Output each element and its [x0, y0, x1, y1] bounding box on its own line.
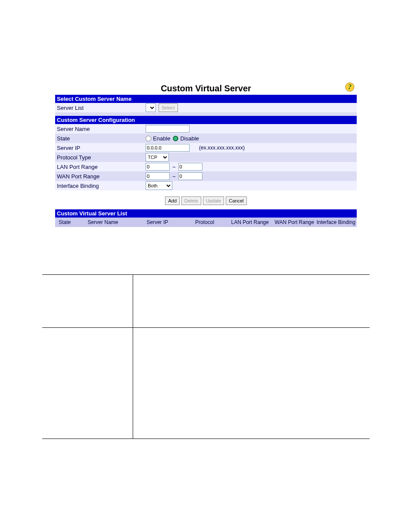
server-name-input[interactable]: [146, 125, 190, 133]
server-list-label: Server List: [57, 105, 146, 111]
state-disable-label: Disable: [180, 135, 199, 142]
bullet-icon: .: [154, 339, 362, 346]
select-button[interactable]: Select: [159, 103, 178, 112]
delete-button[interactable]: Delete: [181, 196, 201, 205]
col-iface: Interface Binding: [315, 218, 357, 227]
bullet-icon: .: [154, 397, 362, 404]
server-ip-label: Server IP: [57, 145, 146, 151]
range-separator: ~: [172, 164, 176, 170]
state-disable-radio[interactable]: [173, 136, 178, 141]
bullet-icon: .: [154, 361, 362, 368]
server-name-row: Server Name: [55, 124, 357, 134]
col-protocol: Protocol: [183, 218, 226, 227]
protocol-label: Protocol Type: [57, 154, 146, 161]
custom-virtual-server-panel: Custom Virtual Server ? Select Custom Se…: [55, 82, 357, 227]
protocol-row: Protocol Type TCP: [55, 152, 357, 162]
interface-binding-row: Interface Binding Both: [55, 181, 357, 190]
wan-port-to-input[interactable]: [178, 172, 202, 180]
interface-binding-label: Interface Binding: [57, 183, 146, 189]
help-icon[interactable]: ?: [345, 82, 355, 94]
col-wan-port: WAN Port Range: [274, 218, 315, 227]
desc-row-1-label: [42, 275, 133, 328]
cancel-button[interactable]: Cancel: [226, 196, 246, 205]
server-ip-input[interactable]: [146, 144, 190, 152]
state-row: State Enable Disable: [55, 134, 357, 143]
server-ip-hint: (ex.xxx.xxx.xxx.xxx): [199, 145, 245, 151]
add-button[interactable]: Add: [165, 196, 180, 205]
col-server-ip: Server IP: [131, 218, 183, 227]
col-state: State: [55, 218, 74, 227]
page-title: Custom Virtual Server: [55, 84, 357, 93]
state-enable-label: Enable: [153, 135, 170, 142]
bullet-icon: .: [154, 417, 362, 424]
wan-port-row: WAN Port Range ~: [55, 171, 357, 181]
section-custom-virtual-server-list: Custom Virtual Server List: [55, 209, 357, 218]
server-list-dropdown[interactable]: [146, 103, 156, 112]
desc-bullet-list-a: . . .: [143, 339, 362, 368]
spacer: [55, 112, 357, 116]
section-custom-server-configuration: Custom Server Configuration: [55, 116, 357, 124]
svg-text:?: ?: [348, 83, 352, 90]
action-button-row: Add Delete Update Cancel: [55, 190, 357, 209]
panel-title-row: Custom Virtual Server ?: [55, 82, 357, 95]
lan-port-label: LAN Port Range: [57, 164, 146, 170]
desc-row-1-content: [133, 275, 370, 328]
update-button[interactable]: Update: [203, 196, 224, 205]
state-enable-radio[interactable]: [146, 136, 151, 141]
server-ip-row: Server IP (ex.xxx.xxx.xxx.xxx): [55, 143, 357, 152]
range-separator: ~: [172, 173, 176, 180]
interface-binding-select[interactable]: Both: [146, 181, 172, 190]
desc-bullet-list-b: . .: [143, 397, 362, 424]
col-lan-port: LAN Port Range: [226, 218, 274, 227]
wan-port-label: WAN Port Range: [57, 173, 146, 180]
protocol-select[interactable]: TCP: [146, 153, 169, 162]
desc-row-2-label: [42, 328, 133, 439]
desc-row-2-content: . . . . .: [133, 328, 370, 439]
lan-port-from-input[interactable]: [146, 163, 170, 171]
server-list-row: Server List Select: [55, 103, 357, 112]
section-select-custom-server-name: Select Custom Server Name: [55, 95, 357, 103]
server-name-label: Server Name: [57, 126, 146, 132]
lan-port-row: LAN Port Range ~: [55, 162, 357, 171]
col-server-name: Server Name: [74, 218, 131, 227]
lan-port-to-input[interactable]: [178, 163, 202, 171]
description-table: . . . . .: [42, 274, 370, 439]
state-label: State: [57, 135, 146, 142]
server-list-header: State Server Name Server IP Protocol LAN…: [55, 218, 357, 227]
bullet-icon: .: [154, 350, 362, 357]
wan-port-from-input[interactable]: [146, 172, 170, 180]
